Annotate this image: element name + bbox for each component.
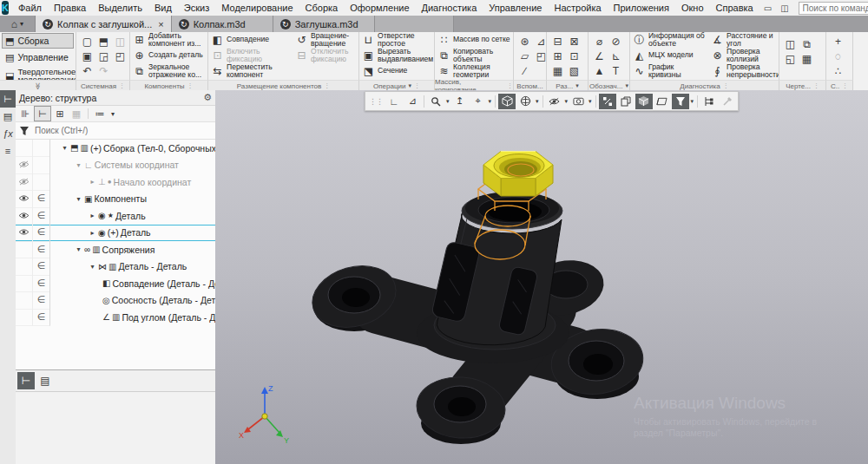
tree-row-angle-mate[interactable]: ∈ ∠ ▥ Под углом (Деталь - Деталь) [16, 309, 215, 326]
include-mark-icon[interactable]: ∈ [37, 193, 46, 204]
include-mark-icon[interactable]: ∈ [37, 311, 46, 323]
enable-fixation-button[interactable]: ⊡ Включить фиксацию [208, 48, 293, 63]
section-dropdown-icon[interactable]: ▾ [575, 82, 579, 89]
home-tab-button[interactable]: ⌂ ▾ [0, 16, 36, 32]
tree-row-origin[interactable]: ▸ ⊥ ● Начало координат [16, 173, 215, 191]
expand-arrow-icon[interactable]: ▾ [75, 195, 82, 203]
tree-display-options-button[interactable]: ≔ [92, 107, 108, 121]
drawing-table-icon[interactable]: ▦ [799, 51, 815, 66]
tree-add-button[interactable]: ⊞ [52, 107, 68, 121]
mirror-component-button[interactable]: ⧉ Зеркальное отражение ко... [130, 63, 207, 79]
save-as-icon[interactable]: ◰ [112, 49, 128, 63]
panel-parameters-button[interactable]: ▤ [0, 108, 16, 125]
menu-applications[interactable]: Приложения [608, 3, 675, 13]
designation-text-icon[interactable]: T [608, 63, 624, 78]
expand-arrow-icon[interactable]: ▸ [89, 212, 96, 219]
dim-radial-icon[interactable]: ⊞ [549, 49, 566, 63]
include-mark-icon[interactable]: ∈ [37, 278, 46, 289]
cap-part[interactable] [306, 192, 648, 444]
include-mark-icon[interactable]: ∈ [37, 226, 46, 238]
eye-icon[interactable] [18, 228, 30, 236]
object-info-button[interactable]: ⓘ Информация об объекте [630, 32, 708, 48]
tab-close-icon[interactable]: × [158, 19, 163, 29]
designation-mark-icon[interactable]: ▲ [591, 63, 608, 78]
drawing-views-icon[interactable]: ◫ [782, 36, 799, 51]
dim-diametral-icon[interactable]: ⊡ [566, 49, 582, 63]
tab-zaglushka-document[interactable]: ↻ Заглушка.m3d [273, 16, 375, 32]
section-cut-button[interactable]: ⬔ Сечение [359, 63, 434, 79]
tree-row-assembly[interactable]: ▾ ⬒ ▥ (+)Сборка (Тел-0, Сборочных едини [16, 140, 215, 157]
expand-arrow-icon[interactable]: ▾ [75, 245, 82, 253]
mode-management-button[interactable]: ▤ Управление [2, 49, 74, 65]
panel-menu-button[interactable]: ≡ [0, 142, 16, 160]
s-search-icon[interactable]: ◌ [830, 49, 846, 63]
tree-row-coincidence-mate[interactable]: ∈ ◧ Совпадение (Деталь - Деталь) [16, 275, 215, 292]
app-logo-icon[interactable]: K [2, 1, 9, 15]
cut-extrude-button[interactable]: ▣ Вырезать выдавливанием [359, 48, 434, 63]
tree-row-part-selected[interactable]: ∈ ▸ ◉ (+)Деталь [16, 225, 215, 242]
eye-icon[interactable] [18, 212, 30, 219]
menu-settings[interactable]: Настройка [548, 3, 607, 13]
s-links-icon[interactable]: ∴ [830, 63, 846, 78]
menu-diagnostics[interactable]: Диагностика [416, 3, 483, 13]
tab-assembly-document[interactable]: ↻ Колпак с заглушкой... × [36, 16, 172, 32]
mass-properties-button[interactable]: ◭ МЦХ модели [630, 48, 708, 63]
copy-objects-button[interactable]: ⧉ Копировать объекты [435, 48, 513, 63]
expand-arrow-icon[interactable]: ▸ [89, 178, 96, 186]
collision-check-button[interactable]: ⊗ Проверка коллизий [708, 48, 779, 63]
aux-spline-icon[interactable]: ∕ [516, 63, 533, 78]
expand-arrow-icon[interactable]: ▸ [89, 229, 96, 237]
preview-icon[interactable]: ◲ [95, 49, 112, 63]
filter-icon[interactable] [19, 126, 30, 136]
menu-assembly[interactable]: Сборка [299, 3, 345, 13]
drawing-sheet-icon[interactable]: ⧉ [799, 36, 815, 51]
menu-file[interactable]: Файл [12, 3, 48, 13]
aux-cs-icon[interactable]: ◰ [533, 49, 547, 63]
include-mark-icon[interactable]: ∈ [37, 244, 46, 255]
tree-row-mates[interactable]: ∈ ▾ ∞ ▥ Сопряжения [16, 241, 215, 258]
eye-off-icon[interactable] [18, 160, 30, 168]
menu-edit[interactable]: Правка [48, 3, 92, 13]
menu-sketch[interactable]: Эскиз [178, 3, 215, 13]
grid-pattern-button[interactable]: ∷ Массив по сетке [435, 32, 513, 48]
menu-window[interactable]: Окно [675, 3, 710, 13]
panel-variables-button[interactable]: ƒx [0, 125, 16, 142]
gear-icon[interactable]: ⚙ [203, 92, 212, 103]
bottom-tab-tree-button[interactable]: ⊢ [17, 372, 35, 389]
model-scene[interactable]: Z X Y [215, 90, 868, 464]
dim-table-icon[interactable]: ▦ [549, 63, 566, 78]
tree-row-part-fixed[interactable]: ∈ ▸ ◉ ★ Деталь [16, 207, 215, 225]
menu-view[interactable]: Вид [148, 3, 178, 13]
plug-part[interactable] [483, 152, 553, 197]
bottom-tab-list-button[interactable]: ▤ [36, 372, 54, 389]
include-mark-icon[interactable]: ∈ [37, 294, 46, 305]
s-add-icon[interactable]: + [830, 34, 846, 49]
aux-axis-icon[interactable]: ⊿ [533, 34, 547, 49]
curvature-graph-button[interactable]: ∿ График кривизны [630, 63, 708, 79]
disable-fixation-button[interactable]: ⊟ Отключить фиксацию [293, 48, 358, 63]
tree-composition-button[interactable]: ⊪ [17, 107, 33, 121]
menu-management[interactable]: Управление [483, 3, 548, 13]
dim-angular-icon[interactable]: ⊠ [566, 34, 582, 49]
dim-chain-icon[interactable]: ▧ [566, 63, 582, 78]
designation-diameter-icon[interactable]: ⌀ [591, 34, 608, 49]
tree-structure-button[interactable]: ⊢ [34, 106, 51, 121]
menu-help[interactable]: Справка [710, 3, 760, 13]
tree-row-components[interactable]: ∈ ▾ ▣ Компоненты [16, 191, 215, 208]
expand-arrow-icon[interactable]: ▾ [89, 263, 96, 271]
aux-point-icon[interactable]: ⊛ [516, 34, 533, 49]
include-mark-icon[interactable]: ∈ [37, 210, 46, 221]
dim-linear-icon[interactable]: ⊟ [549, 34, 566, 49]
undo-icon[interactable]: ↶ [79, 63, 95, 78]
drawing-fragment-icon[interactable]: ◱ [782, 51, 799, 66]
screen-panel-icon[interactable]: ◫ [776, 3, 792, 13]
expand-arrow-icon[interactable]: ▾ [75, 161, 82, 169]
tree-row-coordinate-systems[interactable]: ▾ ∟ Системы координат [16, 157, 215, 174]
mode-assembly-button[interactable]: ⬒ Сборка [2, 33, 74, 49]
tree-display-dropdown-icon[interactable]: ▾ [108, 107, 117, 121]
aux-plane-icon[interactable]: ▱ [516, 49, 533, 63]
coincidence-mate-button[interactable]: ◧ Совпадение [208, 32, 293, 48]
rotation-rotation-mate-button[interactable]: ↺ Вращение- вращение [293, 32, 358, 48]
menu-drawing[interactable]: Оформление [344, 3, 415, 13]
menu-select[interactable]: Выделить [92, 3, 148, 13]
